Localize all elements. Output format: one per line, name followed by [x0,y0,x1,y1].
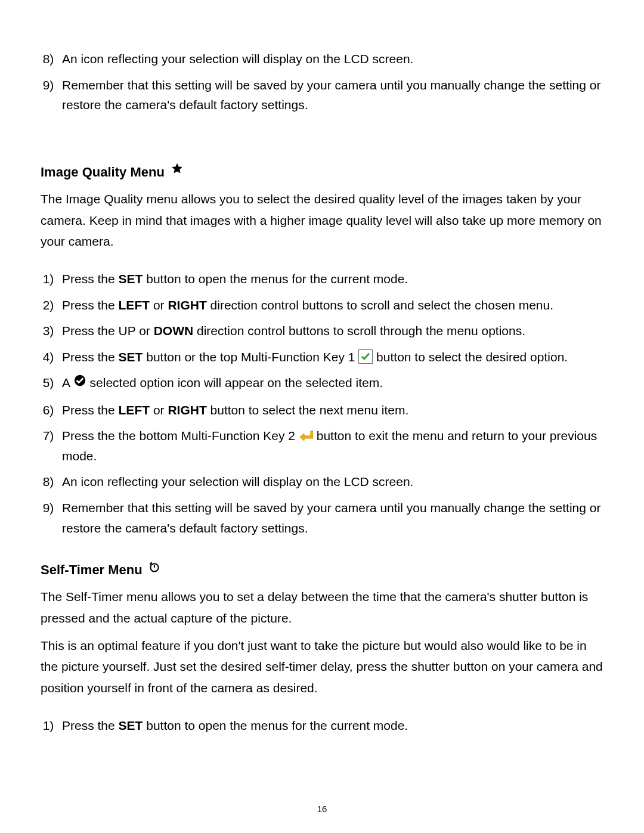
svg-point-1 [150,563,158,571]
svg-point-2 [150,563,151,564]
list-item: An icon reflecting your selection will d… [61,472,603,492]
step-text: direction control buttons to scroll thro… [193,324,525,337]
set-label: SET [119,719,143,732]
step-text: or [150,298,168,312]
step-text: button to select the next menu item. [207,403,409,417]
list-item: An icon reflecting your selection will d… [61,49,603,69]
step-text: Press the [62,403,119,417]
left-label: LEFT [119,403,150,417]
right-label: RIGHT [168,298,206,312]
step-text: Press the [62,350,119,364]
step-text: selected option icon will appear on the … [90,376,383,389]
heading-text: Self-Timer Menu [41,559,143,580]
image-quality-heading: Image Quality Menu [41,162,603,182]
timer-icon [148,558,160,579]
self-timer-steps: Press the SET button to open the menus f… [41,716,603,736]
step-text: An icon reflecting your selection will d… [62,475,413,488]
list-item: Press the SET button or the top Multi-Fu… [61,347,603,367]
list-item: Press the UP or DOWN direction control b… [61,321,603,341]
list-item: Remember that this setting will be saved… [61,498,603,538]
page-number: 16 [0,802,644,816]
set-label: SET [119,272,143,286]
list-item: Remember that this setting will be saved… [61,75,603,115]
step-text: button to open the menus for the current… [143,272,408,286]
list-item: Press the SET button to open the menus f… [61,716,603,736]
continued-steps-list: An icon reflecting your selection will d… [41,49,603,115]
self-timer-heading: Self-Timer Menu [41,559,603,580]
list-item: A selected option icon will appear on th… [61,373,603,394]
step-text: or [150,403,168,417]
self-timer-intro-1: The Self-Timer menu allows you to set a … [41,586,603,628]
self-timer-intro-2: This is an optimal feature if you don't … [41,635,603,699]
step-text: An icon reflecting your selection will d… [62,52,413,66]
set-label: SET [119,350,143,364]
right-label: RIGHT [168,403,206,417]
step-text: Press the [62,719,119,732]
image-quality-steps: Press the SET button to open the menus f… [41,269,603,538]
down-label: DOWN [154,324,194,337]
step-text: Press the [62,272,119,286]
left-label: LEFT [119,298,150,312]
checkmark-green-icon [358,349,373,364]
step-text: button or the top Multi-Function Key 1 [143,350,358,364]
star-icon [171,160,184,181]
step-text: Remember that this setting will be saved… [62,501,600,535]
step-text: Press the UP or [62,324,154,337]
image-quality-intro: The Image Quality menu allows you to sel… [41,188,603,252]
step-text: Press the [62,298,119,312]
list-item: Press the LEFT or RIGHT button to select… [61,400,603,420]
return-arrow-icon [299,429,313,442]
step-text: direction control buttons to scroll and … [207,298,553,312]
check-circle-icon [73,373,86,393]
list-item: Press the the bottom Multi-Function Key … [61,426,603,466]
document-page: An icon reflecting your selection will d… [0,0,644,833]
step-text: button to open the menus for the current… [143,719,408,732]
heading-text: Image Quality Menu [41,162,165,182]
list-item: Press the SET button to open the menus f… [61,269,603,289]
list-item: Press the LEFT or RIGHT direction contro… [61,295,603,315]
step-text: button to select the desired option. [376,350,568,364]
step-text: Press the the bottom Multi-Function Key … [62,429,299,442]
step-text: A [62,376,73,389]
step-text: Remember that this setting will be saved… [62,78,600,112]
